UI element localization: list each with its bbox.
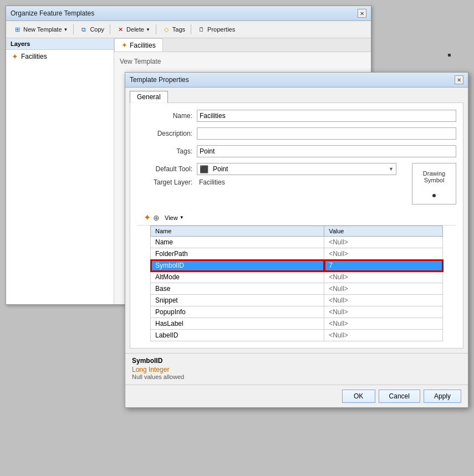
delete-icon: ✕ [116,25,125,34]
view-arrow-icon: ▼ [180,215,184,220]
table-cell-name: Base [151,283,324,295]
table-row[interactable]: FolderPath<Null> [151,248,443,260]
apply-button[interactable]: Apply [424,390,461,403]
table-row[interactable]: SymbolID7 [151,260,443,272]
table-cell-value: <Null> [324,283,443,295]
table-cell-value: <Null> [324,330,443,341]
layers-header: Layers [6,38,114,50]
view-toolbar: ✦ ⊕ View ▼ [137,210,456,226]
ok-button[interactable]: OK [342,390,375,403]
view-button[interactable]: View ▼ [162,213,187,223]
table-cell-value: <Null> [324,272,443,283]
default-tool-row: Default Tool: ⬛ Point ▼ [137,163,396,175]
toolbar-separator-1 [73,24,74,34]
table-cell-name: Snippet [151,295,324,306]
tags-icon: ◇ [162,25,171,34]
dialog-footer: OK Cancel Apply [125,385,468,407]
default-tool-label: Default Tool: [137,165,192,173]
name-row: Name: [137,110,456,122]
globe-icon: ✦ [144,212,151,223]
drawing-symbol-label: Drawing Symbol [415,170,453,183]
table-cell-value: <Null> [324,318,443,330]
table-cell-value: 7 [324,260,443,272]
tags-label: Tags: [137,147,192,155]
dialog-tabs-area: General [125,88,468,103]
drawing-symbol-box: Drawing Symbol [412,163,456,204]
target-layer-label: Target Layer: [137,178,192,186]
info-section: SymbolID Long Integer Null values allowe… [125,353,468,385]
table-row[interactable]: HasLabel<Null> [151,318,443,330]
table-row[interactable]: AltMode<Null> [151,272,443,283]
copy-icon: ⧉ [79,25,88,34]
target-layer-row: Target Layer: Facilities [137,178,396,186]
info-field-name: SymbolID [132,357,461,365]
name-input[interactable] [197,110,456,122]
cancel-button[interactable]: Cancel [379,390,420,403]
properties-icon: 🗒 [197,25,206,34]
tags-input[interactable] [197,145,456,157]
info-field-type: Long Integer [132,366,461,373]
tool-select-arrow-icon: ▼ [389,166,394,172]
table-cell-value: <Null> [324,237,443,248]
table-cell-name: PopupInfo [151,306,324,318]
table-cell-name: LabelID [151,330,324,341]
view-label: View [165,214,178,221]
col-header-name: Name [151,226,324,237]
attributes-table-wrapper: Name Value Name<Null>FolderPath<Null>Sym… [137,226,456,341]
table-row[interactable]: PopupInfo<Null> [151,306,443,318]
main-window-title: Organize Feature Templates [11,9,94,17]
new-template-arrow-icon: ▼ [64,27,68,32]
facilities-tab-label: Facilities [130,42,156,49]
table-cell-value: <Null> [324,295,443,306]
main-window-titlebar: Organize Feature Templates ✕ [6,6,371,21]
col-header-value: Value [324,226,443,237]
main-toolbar: ⊞ New Template ▼ ⧉ Copy ✕ Delete ▼ ◇ Tag… [6,21,371,38]
facilities-tab[interactable]: ✦ Facilities [114,38,163,52]
description-input[interactable] [197,127,456,140]
facilities-tab-icon: ✦ [121,41,128,49]
template-properties-dialog: Template Properties ✕ General Name: Desc… [125,72,468,408]
delete-arrow-icon: ▼ [146,27,150,32]
tags-button[interactable]: ◇ Tags [159,23,188,35]
table-cell-name: FolderPath [151,248,324,260]
default-tool-select[interactable]: ⬛ Point ▼ [197,163,396,175]
table-cell-name: SymbolID [151,260,324,272]
table-cell-name: AltMode [151,272,324,283]
dialog-body: Name: Description: Tags: Default Tool: ⬛… [130,103,463,349]
description-label: Description: [137,130,192,137]
dialog-close-button[interactable]: ✕ [455,75,463,84]
toolbar-separator-3 [156,24,156,34]
table-cell-value: <Null> [324,248,443,260]
view-template-hint: Vew Template [114,52,371,71]
dialog-title: Template Properties [130,76,189,84]
main-window-close-button[interactable]: ✕ [358,9,366,18]
table-row[interactable]: LabelID<Null> [151,330,443,341]
attributes-table: Name Value Name<Null>FolderPath<Null>Sym… [150,226,443,341]
dialog-titlebar: Template Properties ✕ [125,73,468,88]
toolbar-separator-2 [110,24,110,34]
table-row[interactable]: Snippet<Null> [151,295,443,306]
tab-bar: ✦ Facilities [114,38,371,52]
target-layer-value: Facilities [197,178,225,186]
delete-button[interactable]: ✕ Delete ▼ [113,23,154,35]
default-tool-section: Default Tool: ⬛ Point ▼ Target Layer: Fa… [137,163,396,186]
new-template-icon: ⊞ [13,25,22,34]
add-field-icon: ⊕ [153,213,160,222]
table-cell-name: Name [151,237,324,248]
general-tab[interactable]: General [130,91,168,103]
bg-dot [448,54,451,57]
facilities-layer-item[interactable]: ✦ Facilities [6,50,114,63]
table-row[interactable]: Base<Null> [151,283,443,295]
tool-select-icon: ⬛ [200,165,208,173]
table-row[interactable]: Name<Null> [151,237,443,248]
info-field-desc: Null values allowed [132,373,461,380]
table-cell-value: <Null> [324,306,443,318]
facilities-layer-icon: ✦ [12,52,18,61]
left-panel: Layers ✦ Facilities [6,38,114,304]
toolbar-separator-4 [191,24,191,34]
tags-row: Tags: [137,145,456,157]
copy-button[interactable]: ⧉ Copy [76,23,108,35]
new-template-button[interactable]: ⊞ New Template ▼ [9,23,71,35]
properties-button[interactable]: 🗒 Properties [193,23,238,35]
description-row: Description: [137,127,456,140]
